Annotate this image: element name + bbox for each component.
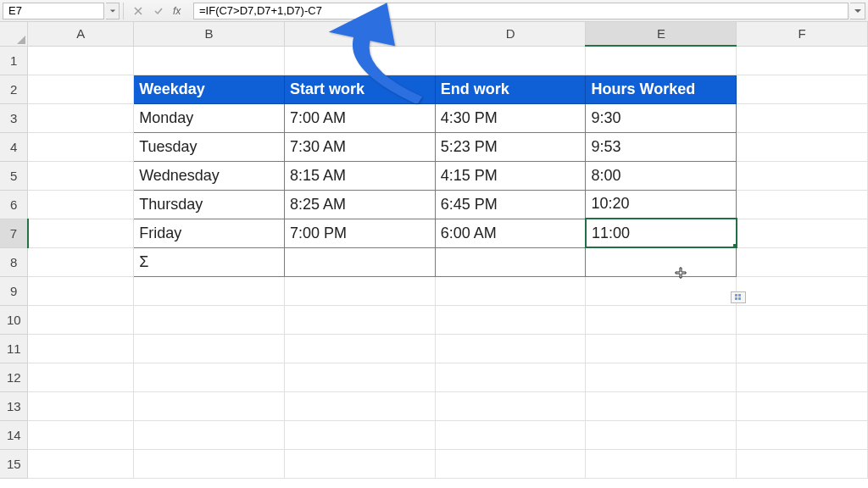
- cell-E13[interactable]: [586, 391, 737, 420]
- cell-E8[interactable]: [586, 247, 737, 276]
- col-E-header[interactable]: E: [586, 22, 737, 46]
- cell-C7[interactable]: 7:00 PM: [284, 219, 435, 247]
- cell-E4[interactable]: 9:53: [586, 132, 737, 161]
- cell-E11[interactable]: [586, 334, 737, 363]
- cell-C5[interactable]: 8:15 AM: [284, 161, 435, 190]
- cell-C9[interactable]: [284, 276, 435, 305]
- cell-F3[interactable]: [737, 103, 868, 132]
- cell-B2[interactable]: Weekday: [134, 75, 285, 103]
- cell-A2[interactable]: [28, 75, 134, 103]
- row-3-header[interactable]: 3: [0, 103, 28, 132]
- cell-B3[interactable]: Monday: [134, 103, 285, 132]
- cell-A14[interactable]: [28, 420, 134, 449]
- row-13-header[interactable]: 13: [0, 391, 28, 420]
- cell-A11[interactable]: [28, 334, 134, 363]
- cell-F8[interactable]: [737, 247, 868, 276]
- cell-B6[interactable]: Thursday: [134, 190, 285, 219]
- cell-D10[interactable]: [435, 305, 586, 334]
- cell-F6[interactable]: [737, 190, 868, 219]
- cell-D11[interactable]: [435, 334, 586, 363]
- row-14-header[interactable]: 14: [0, 420, 28, 449]
- cell-A12[interactable]: [28, 363, 134, 391]
- autofill-options-button[interactable]: [731, 291, 746, 303]
- cell-D1[interactable]: [435, 46, 586, 75]
- col-D-header[interactable]: D: [435, 22, 586, 46]
- cell-E10[interactable]: [586, 305, 737, 334]
- cell-D8[interactable]: [435, 247, 586, 276]
- cell-A4[interactable]: [28, 132, 134, 161]
- cell-F12[interactable]: [737, 363, 868, 391]
- cell-A9[interactable]: [28, 276, 134, 305]
- cell-F2[interactable]: [737, 75, 868, 103]
- cell-F13[interactable]: [737, 391, 868, 420]
- cell-F14[interactable]: [737, 420, 868, 449]
- cell-E9[interactable]: [586, 276, 737, 305]
- cell-F5[interactable]: [737, 161, 868, 190]
- cell-C4[interactable]: 7:30 AM: [284, 132, 435, 161]
- cell-A13[interactable]: [28, 391, 134, 420]
- cell-B11[interactable]: [134, 334, 285, 363]
- cell-D7[interactable]: 6:00 AM: [435, 219, 586, 247]
- cell-A3[interactable]: [28, 103, 134, 132]
- cell-C2[interactable]: Start work: [284, 75, 435, 103]
- cell-F1[interactable]: [737, 46, 868, 75]
- row-7-header[interactable]: 7: [0, 219, 28, 247]
- cell-D9[interactable]: [435, 276, 586, 305]
- row-4-header[interactable]: 4: [0, 132, 28, 161]
- cell-D2[interactable]: End work: [435, 75, 586, 103]
- name-box-dropdown[interactable]: [106, 3, 120, 19]
- cell-C14[interactable]: [284, 420, 435, 449]
- row-6-header[interactable]: 6: [0, 190, 28, 219]
- cell-D12[interactable]: [435, 363, 586, 391]
- row-12-header[interactable]: 12: [0, 363, 28, 391]
- cell-F9[interactable]: [737, 276, 868, 305]
- row-11-header[interactable]: 11: [0, 334, 28, 363]
- cell-D4[interactable]: 5:23 PM: [435, 132, 586, 161]
- cell-E15[interactable]: [586, 449, 737, 478]
- cell-E6[interactable]: 10:20: [586, 190, 737, 219]
- cell-E12[interactable]: [586, 363, 737, 391]
- row-5-header[interactable]: 5: [0, 161, 28, 190]
- cell-E1[interactable]: [586, 46, 737, 75]
- cell-B5[interactable]: Wednesday: [134, 161, 285, 190]
- cell-F10[interactable]: [737, 305, 868, 334]
- cell-C1[interactable]: [284, 46, 435, 75]
- row-1-header[interactable]: 1: [0, 46, 28, 75]
- row-9-header[interactable]: 9: [0, 276, 28, 305]
- cell-A1[interactable]: [28, 46, 134, 75]
- col-C-header[interactable]: C: [284, 22, 435, 46]
- cell-D13[interactable]: [435, 391, 586, 420]
- cell-C3[interactable]: 7:00 AM: [284, 103, 435, 132]
- name-box[interactable]: E7: [3, 3, 104, 19]
- col-B-header[interactable]: B: [134, 22, 285, 46]
- cell-F15[interactable]: [737, 449, 868, 478]
- cell-D6[interactable]: 6:45 PM: [435, 190, 586, 219]
- cell-B15[interactable]: [134, 449, 285, 478]
- row-15-header[interactable]: 15: [0, 449, 28, 478]
- cell-C6[interactable]: 8:25 AM: [284, 190, 435, 219]
- cell-C8[interactable]: [284, 247, 435, 276]
- cell-E3[interactable]: 9:30: [586, 103, 737, 132]
- cell-E2[interactable]: Hours Worked: [586, 75, 737, 103]
- formula-bar-expand[interactable]: [850, 3, 865, 19]
- row-8-header[interactable]: 8: [0, 247, 28, 276]
- cell-B10[interactable]: [134, 305, 285, 334]
- select-all-corner[interactable]: [0, 22, 28, 46]
- cell-E5[interactable]: 8:00: [586, 161, 737, 190]
- cell-B8[interactable]: Σ: [134, 247, 285, 276]
- cell-A10[interactable]: [28, 305, 134, 334]
- cell-C12[interactable]: [284, 363, 435, 391]
- cell-F11[interactable]: [737, 334, 868, 363]
- cancel-formula-button[interactable]: [129, 3, 147, 19]
- row-10-header[interactable]: 10: [0, 305, 28, 334]
- cell-C15[interactable]: [284, 449, 435, 478]
- cell-B9[interactable]: [134, 276, 285, 305]
- cell-B1[interactable]: [134, 46, 285, 75]
- row-2-header[interactable]: 2: [0, 75, 28, 103]
- cell-F4[interactable]: [737, 132, 868, 161]
- cell-B14[interactable]: [134, 420, 285, 449]
- cell-D3[interactable]: 4:30 PM: [435, 103, 586, 132]
- cell-B13[interactable]: [134, 391, 285, 420]
- cell-A5[interactable]: [28, 161, 134, 190]
- cell-A7[interactable]: [28, 219, 134, 247]
